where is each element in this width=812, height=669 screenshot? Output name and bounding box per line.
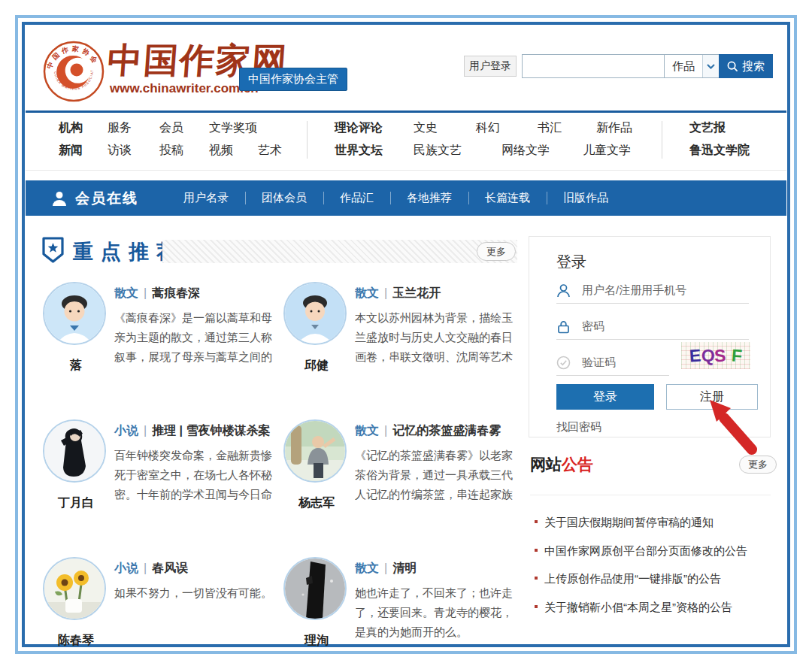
outdoor-photo-avatar[interactable] xyxy=(283,419,347,483)
author-name[interactable]: 陈春琴 xyxy=(41,633,111,649)
nav-item[interactable]: 书汇 xyxy=(538,120,562,136)
nav-item[interactable]: 世界文坛 xyxy=(335,143,383,159)
notice-list: 关于国庆假期期间暂停审稿的通知 中国作家网原创平台部分页面修改的公告 上传原创作… xyxy=(530,514,772,627)
work-title[interactable]: 推理 | 雪夜钟楼谋杀案 xyxy=(152,424,270,437)
recommend-more-button[interactable]: 更多 xyxy=(477,242,516,261)
nav-item[interactable]: 艺术 xyxy=(258,143,282,159)
captcha-letter: Q xyxy=(701,345,715,366)
recommend-card: 陈春琴 小说春风误 如果不努力，一切皆没有可能。 xyxy=(41,555,282,669)
member-bar-item[interactable]: 长篇连载 xyxy=(468,189,547,207)
notice-item[interactable]: 关于国庆假期期间暂停审稿的通知 xyxy=(530,514,772,531)
nav-item[interactable]: 服务 xyxy=(108,120,132,136)
nav-item[interactable]: 新作品 xyxy=(596,120,632,136)
recommend-stripes-decoration xyxy=(162,240,517,263)
work-category[interactable]: 散文 xyxy=(355,424,392,437)
dark-object-avatar[interactable] xyxy=(283,557,347,620)
password-field[interactable]: 密码 xyxy=(556,314,749,340)
author-name[interactable]: 邱健 xyxy=(282,358,351,374)
cartoon-boy-avatar[interactable] xyxy=(43,282,106,345)
author-name[interactable]: 丁月白 xyxy=(41,495,111,511)
work-title[interactable]: 清明 xyxy=(392,562,417,574)
notice-title-prefix: 网站 xyxy=(530,456,562,473)
work-category[interactable]: 小说 xyxy=(114,424,152,437)
nav-bottom-divider xyxy=(26,170,786,171)
work-description: 《记忆的茶篮盛满春雾》以老家茶俗为背景，通过一具承载三代人记忆的竹编茶篮，串连起… xyxy=(355,446,520,504)
author-name[interactable]: 杨志军 xyxy=(282,495,351,511)
nav-item[interactable]: 科幻 xyxy=(476,120,500,136)
nav-item[interactable]: 视频 xyxy=(209,143,233,159)
nav-group-divider xyxy=(307,121,308,159)
user-icon xyxy=(556,283,571,298)
search-category-select[interactable]: 作品 xyxy=(664,54,720,78)
captcha-letter: F xyxy=(731,345,743,366)
nav-item[interactable]: 投稿 xyxy=(159,143,183,159)
work-title[interactable]: 春风误 xyxy=(152,562,188,574)
notice-divider xyxy=(530,495,771,495)
work-category[interactable]: 小说 xyxy=(114,562,152,574)
username-placeholder: 用户名/注册用手机号 xyxy=(582,283,686,298)
nav-item[interactable]: 会员 xyxy=(159,120,183,136)
chevron-down-icon[interactable] xyxy=(702,55,719,77)
member-bar-item[interactable]: 用户名录 xyxy=(167,189,245,207)
notice-item[interactable]: 关于撤销靳小倡“本周之星”资格的公告 xyxy=(530,599,772,616)
captcha-letter: E xyxy=(689,345,701,366)
nav-item[interactable]: 文史 xyxy=(414,120,438,136)
work-category[interactable]: 散文 xyxy=(355,562,392,574)
nav-item[interactable]: 新闻 xyxy=(59,143,83,159)
user-login-button[interactable]: 用户登录 xyxy=(464,56,517,77)
notice-item[interactable]: 上传原创作品使用“一键排版”的公告 xyxy=(530,571,772,588)
member-person-icon xyxy=(51,190,68,207)
work-title[interactable]: 蒿痕春深 xyxy=(152,286,200,299)
search-button-label: 搜索 xyxy=(742,59,765,74)
work-category[interactable]: 散文 xyxy=(114,286,152,299)
nav-item[interactable]: 网络文学 xyxy=(501,143,550,159)
search-icon xyxy=(727,61,738,72)
member-bar-item[interactable]: 旧版作品 xyxy=(547,189,625,207)
work-title[interactable]: 玉兰花开 xyxy=(392,286,441,299)
notice-title-accent: 公告 xyxy=(562,456,593,473)
member-bar-item[interactable]: 作品汇 xyxy=(323,189,390,207)
captcha-field[interactable]: 验证码 xyxy=(556,350,669,376)
nav-item[interactable]: 访谈 xyxy=(108,143,132,159)
search-button[interactable]: 搜索 xyxy=(719,54,773,78)
notice-section-title: 网站公告 xyxy=(530,454,593,475)
work-description: 本文以苏州园林为背景，描绘玉兰盛放时与历史人文交融的春日画卷，串联文徵明、沈周等… xyxy=(355,308,520,366)
nav-item[interactable]: 机构 xyxy=(59,120,83,136)
nav-item[interactable]: 儿童文学 xyxy=(583,143,631,159)
sunflower-avatar[interactable] xyxy=(43,557,106,620)
nav-item[interactable]: 民族文艺 xyxy=(414,143,462,159)
badge-star-icon xyxy=(41,236,65,264)
search-input[interactable] xyxy=(522,54,665,78)
author-name[interactable]: 落 xyxy=(41,358,111,374)
member-bar-item[interactable]: 各地推荐 xyxy=(390,189,468,207)
recommend-card: 杨志军 散文记忆的茶篮盛满春雾 《记忆的茶篮盛满春雾》以老家茶俗为背景，通过一具… xyxy=(282,417,523,549)
nav-item[interactable]: 鲁迅文学院 xyxy=(689,143,750,159)
work-category[interactable]: 散文 xyxy=(355,286,392,299)
captcha-image[interactable]: E Q S F xyxy=(681,342,750,369)
notice-item[interactable]: 中国作家网原创平台部分页面修改的公告 xyxy=(530,543,772,560)
forgot-password-link[interactable]: 找回密码 xyxy=(556,420,601,434)
search-category-value: 作品 xyxy=(665,59,702,74)
member-bar-title[interactable]: 会员在线 xyxy=(75,189,138,208)
work-description: 她也许走了，不回来了；也许走了，还要回来。青龙寺的樱花，是真的为她而开的么。 xyxy=(355,583,520,641)
site-seal-logo-icon[interactable]: 中国作家协会 CHINA WRITERS ASSOCIATION xyxy=(43,41,105,102)
check-circle-icon xyxy=(556,356,571,370)
site-url[interactable]: www.chinawriter.com.cn xyxy=(110,81,259,96)
recommend-card: 邱健 散文玉兰花开 本文以苏州园林为背景，描绘玉兰盛放时与历史人文交融的春日画卷… xyxy=(282,280,523,411)
work-title[interactable]: 记忆的茶篮盛满春雾 xyxy=(392,424,501,437)
login-button[interactable]: 登录 xyxy=(556,384,654,410)
work-description: 百年钟楼突发命案，金融新贵惨死于密室之中，在场七人各怀秘密。十年前的学术丑闻与今… xyxy=(114,446,280,504)
member-bar-item[interactable]: 团体会员 xyxy=(245,189,323,207)
cartoon-boy-avatar[interactable] xyxy=(283,282,347,345)
nav-item[interactable]: 文艺报 xyxy=(689,120,726,136)
member-online-bar: 会员在线 用户名录 团体会员 作品汇 各地推荐 长篇连载 旧版作品 xyxy=(26,180,786,216)
nav-item[interactable]: 理论评论 xyxy=(335,120,383,136)
nav-item[interactable]: 文学奖项 xyxy=(209,120,257,136)
dark-figure-avatar[interactable] xyxy=(43,419,106,483)
recommend-card: 丁月白 小说推理 | 雪夜钟楼谋杀案 百年钟楼突发命案，金融新贵惨死于密室之中，… xyxy=(41,417,282,549)
annotation-arrow-icon xyxy=(699,391,768,460)
captcha-placeholder: 验证码 xyxy=(582,356,616,370)
username-field[interactable]: 用户名/注册用手机号 xyxy=(556,278,749,304)
author-name[interactable]: 理洵 xyxy=(282,633,351,649)
recommend-card: 理洵 散文清明 她也许走了，不回来了；也许走了，还要回来。青龙寺的樱花，是真的为… xyxy=(282,555,523,669)
